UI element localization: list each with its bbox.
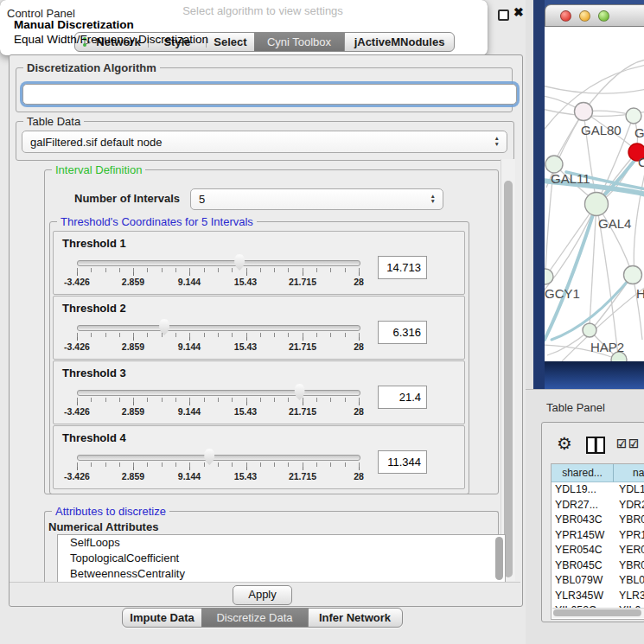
- apply-button[interactable]: Apply: [233, 585, 292, 605]
- tick-label: 9.144: [178, 471, 201, 481]
- node-gal11: [545, 156, 563, 173]
- threshold-label: Threshold 4: [62, 431, 126, 444]
- popup-header: Select algorithm to view settings: [0, 4, 526, 17]
- table-panel-body: ⚙ ☑ ☑ shared... name YDL19...YDL1 YDR27.…: [541, 422, 644, 622]
- threshold-label: Threshold 2: [62, 302, 126, 315]
- threshold-panel: Threshold 2 -3.426 2.859 9.144 15.43 21.…: [53, 296, 465, 360]
- number-of-intervals-label: Number of Intervals: [74, 192, 180, 205]
- threshold-panel: Threshold 4 -3.426 2.859 9.144 15.43 21.…: [53, 425, 465, 489]
- network-window-titlebar[interactable]: [545, 4, 644, 27]
- threshold-value-field[interactable]: 14.713: [378, 256, 427, 279]
- tick-label: 15.43: [234, 341, 257, 352]
- checkbox-icon[interactable]: ☑: [616, 437, 627, 450]
- tick-label: 15.43: [234, 471, 257, 481]
- tab-cyni-toolbox[interactable]: Cyni Toolbox: [254, 33, 344, 51]
- tick-label: 15.43: [234, 406, 257, 417]
- node-gal80: [575, 103, 593, 121]
- stepper-arrows-icon: ▲▼: [494, 136, 500, 148]
- table-row[interactable]: YPR145WYPR1: [552, 528, 644, 544]
- table-horizontal-scrollbar[interactable]: [552, 608, 644, 618]
- scrollbar-thumb[interactable]: [504, 181, 513, 577]
- attributes-group-title: Attributes to discretize: [52, 505, 169, 518]
- popup-option-equal-width-frequency[interactable]: Equal Width/Frequency Discretization: [14, 33, 208, 46]
- tick-label: 2.859: [122, 406, 144, 417]
- network-canvas[interactable]: GAL80 GA C GAL11 GAL4 GCY1 H HAP2: [545, 27, 644, 361]
- tick-label: -3.426: [64, 471, 90, 481]
- checkbox-icon[interactable]: ☑: [628, 437, 639, 450]
- algorithm-combobox[interactable]: [22, 84, 517, 105]
- tick-label: 9.144: [178, 406, 201, 417]
- node-gal4: [585, 193, 609, 216]
- thresholds-group-title: Threshold's Coordinates for 5 Intervals: [57, 215, 257, 228]
- tab-jactivemodules[interactable]: jActiveMNodules: [344, 33, 454, 51]
- column-header-shared-name[interactable]: shared...: [552, 464, 614, 482]
- gear-icon[interactable]: ⚙: [557, 433, 572, 454]
- table-data-title: Table Data: [23, 115, 84, 128]
- table-row[interactable]: YER054CYER0: [552, 543, 644, 558]
- threshold-value-field[interactable]: 6.316: [378, 321, 427, 344]
- popup-option-manual-discretization[interactable]: Manual Discretization: [14, 18, 134, 31]
- network-view-frame: GAL80 GA C GAL11 GAL4 GCY1 H HAP2: [533, 0, 644, 389]
- main-vertical-scrollbar[interactable]: [501, 159, 515, 581]
- list-item[interactable]: SelfLoops: [58, 535, 505, 551]
- node-label: GAL4: [598, 216, 631, 231]
- stepper-arrows-icon: ▲▼: [430, 194, 436, 206]
- threshold-value-field[interactable]: 21.4: [378, 386, 427, 409]
- tick-label: 28: [354, 471, 364, 481]
- node-table[interactable]: shared... name YDL19...YDL1 YDR27...YDR2…: [551, 463, 644, 620]
- discretization-algorithm-title: Discretization Algorithm: [23, 61, 160, 74]
- minimize-traffic-light[interactable]: [579, 10, 590, 22]
- number-of-intervals-combobox[interactable]: 5 ▲▼: [190, 188, 443, 210]
- slider-track[interactable]: [77, 455, 360, 461]
- slider-track[interactable]: [77, 260, 360, 266]
- tick-label: 21.715: [289, 341, 316, 352]
- tick-label: 21.715: [289, 277, 316, 287]
- attributes-listbox[interactable]: SelfLoops TopologicalCoefficient Between…: [57, 534, 506, 583]
- tick-label: 2.859: [122, 471, 144, 481]
- slider-track[interactable]: [77, 390, 360, 396]
- tick-label: -3.426: [64, 277, 90, 287]
- screen: { "window": {"title": "Control Panel"}, …: [0, 0, 644, 644]
- table-row[interactable]: YLR345WYLR3: [552, 589, 644, 604]
- threshold-label: Threshold 1: [62, 237, 126, 250]
- threshold-label: Threshold 3: [62, 367, 126, 379]
- slider-track[interactable]: [77, 325, 360, 331]
- node-hap2: [583, 323, 596, 337]
- node-label: GCY1: [545, 286, 580, 301]
- table-row[interactable]: YBR043CYBR0: [552, 513, 644, 528]
- table-row[interactable]: YDL19...YDL1: [552, 482, 644, 498]
- control-panel-window: Control Panel ✖ Network Style Select Cyn…: [0, 0, 526, 644]
- list-item[interactable]: BetweennessCentrality: [58, 566, 505, 582]
- node: [624, 266, 642, 284]
- scrollbar-thumb[interactable]: [553, 609, 641, 616]
- node-label: GA: [634, 125, 644, 140]
- tick-label: 2.859: [122, 341, 144, 352]
- node-label: GAL11: [551, 171, 590, 186]
- column-header-name[interactable]: name: [614, 464, 644, 482]
- table-row[interactable]: YBL079WYBL0: [552, 573, 644, 589]
- numerical-attributes-label: Numerical Attributes: [48, 520, 158, 533]
- tick-label: -3.426: [64, 406, 90, 417]
- tick-label: -3.426: [64, 341, 90, 352]
- table-data-combobox[interactable]: galFiltered.sif default node ▲▼: [22, 131, 507, 153]
- table-panel: Table Panel ⚙ ☑ ☑ shared... name YDL19..…: [526, 389, 644, 644]
- threshold-panel: Threshold 3 -3.426 2.859 9.144 15.43 21.…: [53, 360, 465, 424]
- threshold-value-field[interactable]: 11.344: [378, 450, 427, 474]
- list-item[interactable]: TopologicalCoefficient: [58, 551, 505, 566]
- table-row[interactable]: YBR045CYBR0: [552, 558, 644, 574]
- tick-label: 21.715: [289, 406, 316, 417]
- tab-impute-data[interactable]: Impute Data: [123, 609, 201, 627]
- split-columns-icon[interactable]: [586, 437, 605, 454]
- list-scrollbar-thumb[interactable]: [495, 537, 503, 580]
- tick-label: 9.144: [178, 277, 201, 287]
- tick-label: 9.144: [178, 341, 201, 352]
- close-traffic-light[interactable]: [560, 10, 571, 22]
- table-row[interactable]: YDR27...YDR2: [552, 498, 644, 513]
- zoom-traffic-light[interactable]: [598, 10, 609, 22]
- tab-discretize-data[interactable]: Discretize Data: [201, 609, 308, 627]
- tab-infer-network[interactable]: Infer Network: [308, 609, 401, 627]
- node-gcy1: [545, 269, 553, 284]
- interval-definition-title: Interval Definition: [52, 163, 145, 176]
- tick-label: 2.859: [122, 277, 144, 287]
- tab-select[interactable]: Select: [207, 33, 254, 51]
